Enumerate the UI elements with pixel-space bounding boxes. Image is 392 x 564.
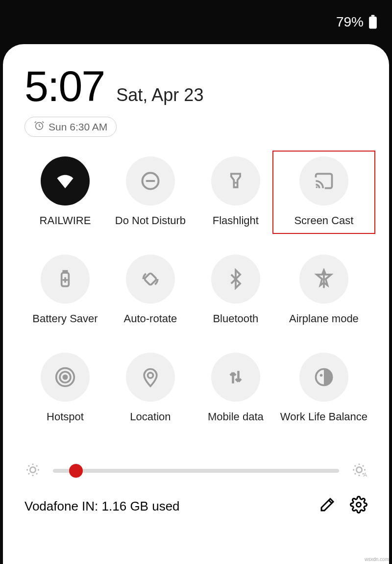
wifi-icon bbox=[41, 156, 90, 205]
svg-rect-0 bbox=[371, 15, 375, 16]
tile-airplane-mode[interactable]: Airplane mode bbox=[280, 255, 368, 325]
airplane-icon bbox=[299, 255, 348, 304]
alarm-icon bbox=[34, 120, 45, 133]
tile-work-life-balance[interactable]: Work Life Balance bbox=[280, 353, 368, 423]
tile-label: Location bbox=[130, 410, 171, 423]
tile-label: Work Life Balance bbox=[280, 410, 368, 423]
svg-point-15 bbox=[147, 373, 153, 378]
clock-row: 5:07 Sat, Apr 23 bbox=[24, 65, 368, 108]
watermark: wsxdn.com bbox=[365, 557, 389, 562]
clock-date: Sat, Apr 23 bbox=[116, 85, 203, 105]
bluetooth-icon bbox=[211, 255, 260, 304]
quick-settings-panel: 5:07 Sat, Apr 23 Sun 6:30 AM RAILWIRE Do… bbox=[3, 44, 389, 564]
alarm-chip[interactable]: Sun 6:30 AM bbox=[24, 117, 117, 137]
tile-label: Hotspot bbox=[47, 410, 84, 423]
tile-label: Do Not Disturb bbox=[115, 214, 186, 227]
svg-point-18 bbox=[30, 467, 35, 472]
tile-wifi[interactable]: RAILWIRE bbox=[24, 156, 106, 227]
tile-label: Screen Cast bbox=[294, 214, 353, 227]
brightness-low-icon bbox=[24, 461, 41, 480]
tile-flashlight[interactable]: Flashlight bbox=[195, 156, 276, 227]
tile-location[interactable]: Location bbox=[110, 353, 191, 423]
tile-label: Airplane mode bbox=[289, 312, 359, 325]
tile-bluetooth[interactable]: Bluetooth bbox=[195, 255, 276, 325]
dnd-icon bbox=[126, 156, 175, 205]
svg-rect-1 bbox=[369, 17, 377, 29]
hotspot-icon bbox=[41, 353, 90, 402]
svg-point-6 bbox=[316, 186, 318, 188]
flashlight-icon bbox=[211, 156, 260, 205]
battery-icon bbox=[368, 15, 377, 29]
tile-label: Auto-rotate bbox=[124, 312, 177, 325]
alarm-label: Sun 6:30 AM bbox=[49, 121, 107, 133]
tile-label: Bluetooth bbox=[213, 312, 258, 325]
clock-time: 5:07 bbox=[24, 65, 104, 108]
tile-label: RAILWIRE bbox=[40, 214, 91, 227]
work-life-balance-icon bbox=[299, 353, 348, 402]
svg-rect-8 bbox=[63, 271, 67, 273]
tile-label: Mobile data bbox=[208, 410, 264, 423]
edit-button[interactable] bbox=[318, 496, 336, 517]
settings-button[interactable] bbox=[350, 496, 368, 517]
mobile-data-icon bbox=[211, 353, 260, 402]
svg-text:A: A bbox=[364, 472, 368, 478]
svg-point-17 bbox=[320, 374, 323, 377]
tiles-grid: RAILWIRE Do Not Disturb Flashlight Scree… bbox=[24, 156, 368, 423]
tile-auto-rotate[interactable]: Auto-rotate bbox=[110, 255, 191, 325]
battery-percentage: 79% bbox=[336, 14, 364, 30]
brightness-slider[interactable] bbox=[53, 469, 339, 473]
auto-rotate-icon bbox=[126, 255, 175, 304]
tile-hotspot[interactable]: Hotspot bbox=[24, 353, 106, 423]
tile-dnd[interactable]: Do Not Disturb bbox=[110, 156, 191, 227]
status-bar: 79% bbox=[0, 0, 392, 44]
data-usage-label[interactable]: Vodafone IN: 1.16 GB used bbox=[24, 499, 180, 514]
tile-mobile-data[interactable]: Mobile data bbox=[195, 353, 276, 423]
battery-saver-icon bbox=[41, 255, 90, 304]
brightness-thumb[interactable] bbox=[69, 464, 83, 478]
cast-icon bbox=[299, 156, 348, 205]
brightness-auto-icon[interactable]: A bbox=[351, 461, 368, 480]
svg-point-12 bbox=[63, 375, 67, 379]
location-icon bbox=[126, 353, 175, 402]
tile-battery-saver[interactable]: Battery Saver bbox=[24, 255, 106, 325]
svg-point-21 bbox=[357, 503, 361, 507]
brightness-row: A bbox=[24, 461, 368, 480]
tile-label: Battery Saver bbox=[32, 312, 98, 325]
footer-row: Vodafone IN: 1.16 GB used bbox=[24, 496, 368, 517]
tile-screen-cast[interactable]: Screen Cast bbox=[280, 156, 368, 227]
tile-label: Flashlight bbox=[213, 214, 259, 227]
svg-point-19 bbox=[356, 467, 362, 472]
